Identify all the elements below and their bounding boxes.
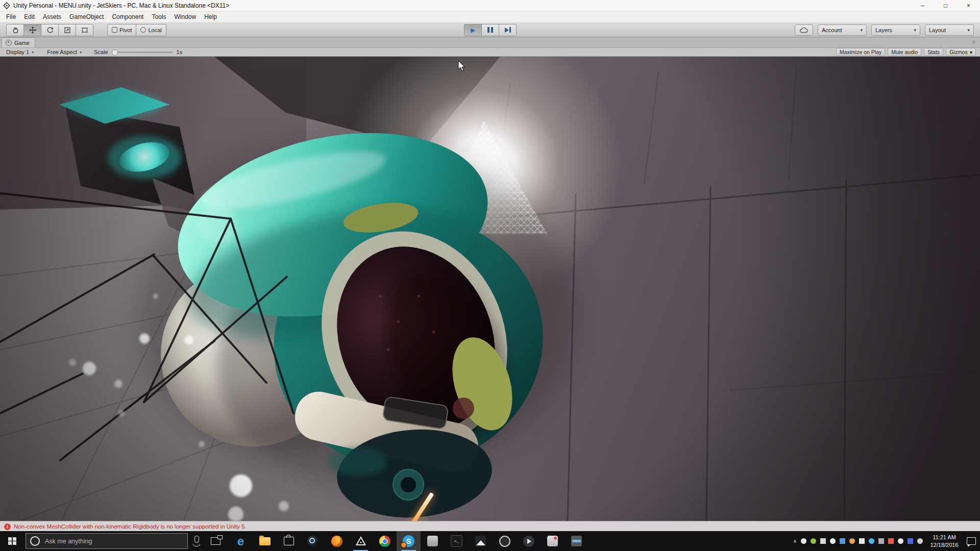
taskbar-search[interactable]: [26, 533, 188, 549]
taskbar-app-file-explorer[interactable]: [253, 531, 277, 551]
cloud-services-button[interactable]: [795, 24, 813, 36]
chevron-down-icon: ▾: [860, 28, 863, 33]
rect-tool-icon: [81, 26, 89, 34]
media-player-icon: [523, 536, 534, 547]
terminal-icon: >_: [451, 535, 462, 547]
tray-icon-5[interactable]: [840, 538, 845, 544]
tray-icon-9[interactable]: [878, 538, 884, 544]
taskbar-app-14[interactable]: [541, 531, 565, 551]
tray-icon-7[interactable]: [859, 538, 865, 544]
tray-icon-13[interactable]: [917, 538, 923, 544]
taskbar-app-store[interactable]: [277, 531, 301, 551]
taskbar-clock[interactable]: 11:21 AM 12/18/2016: [926, 534, 963, 549]
game-view-toggles: Maximize on Play Mute audio Stats Gizmos…: [836, 48, 976, 56]
taskbar-app-firefox[interactable]: [325, 531, 349, 551]
hand-tool-button[interactable]: [6, 24, 24, 36]
playmode-controls: ▶: [464, 24, 516, 36]
local-toggle-button[interactable]: Local: [136, 24, 166, 36]
notification-icon: [967, 537, 976, 545]
taskbar-app-terminal[interactable]: >_: [445, 531, 469, 551]
tray-icon-4[interactable]: [830, 538, 836, 544]
pivot-toggle-button[interactable]: Pivot: [107, 24, 136, 36]
aspect-ratio-dropdown[interactable]: Free Aspect ▾: [44, 48, 85, 56]
layout-label: Layout: [929, 27, 946, 33]
pause-icon: [487, 27, 493, 33]
step-button[interactable]: [499, 24, 517, 36]
close-button[interactable]: ×: [957, 0, 980, 11]
menu-gameobject[interactable]: GameObject: [65, 12, 108, 22]
taskbar-app-photos[interactable]: [469, 531, 493, 551]
taskbar-app-skype[interactable]: S: [397, 531, 421, 551]
move-tool-button[interactable]: [23, 24, 41, 36]
stats-toggle[interactable]: Stats: [924, 48, 943, 56]
gizmos-dropdown[interactable]: Gizmos ▾: [946, 48, 976, 56]
windows-taskbar: e S >_ ∧: [0, 531, 980, 551]
search-input[interactable]: [44, 537, 183, 545]
console-status-bar[interactable]: ! Non-convex MeshCollider with non-kinem…: [0, 521, 980, 532]
game-viewport[interactable]: [0, 57, 980, 521]
menu-assets[interactable]: Assets: [39, 12, 65, 22]
mute-audio-toggle[interactable]: Mute audio: [888, 48, 921, 56]
scale-slider[interactable]: [112, 52, 173, 53]
tray-icon-2[interactable]: [811, 538, 816, 544]
mic-button[interactable]: [188, 531, 205, 551]
taskbar-app-vm[interactable]: [565, 531, 589, 551]
rect-tool-button[interactable]: [76, 24, 93, 36]
view-menu-icon[interactable]: ≡: [972, 39, 977, 45]
taskbar-app-edge[interactable]: e: [229, 531, 253, 551]
scale-tool-button[interactable]: [58, 24, 76, 36]
tray-icon-8[interactable]: [869, 538, 874, 544]
menu-component[interactable]: Component: [108, 12, 148, 22]
toolbar-right-group: Account ▾ Layers ▾ Layout ▾: [795, 24, 974, 36]
aspect-label: Free Aspect: [47, 49, 77, 55]
taskbar-app-steam[interactable]: [301, 531, 325, 551]
maximize-button[interactable]: □: [934, 0, 957, 11]
game-view-tab[interactable]: Game: [2, 37, 35, 47]
tray-icon-6[interactable]: [849, 538, 855, 544]
start-button[interactable]: [0, 531, 24, 551]
tray-expand-icon[interactable]: ∧: [793, 538, 797, 544]
menu-window[interactable]: Window: [170, 12, 200, 22]
action-center-button[interactable]: [963, 531, 980, 551]
layout-dropdown[interactable]: Layout ▾: [925, 24, 974, 36]
taskbar-app-9[interactable]: [421, 531, 445, 551]
menu-tools[interactable]: Tools: [148, 12, 170, 22]
scale-slider-knob[interactable]: [112, 49, 118, 56]
vignette: [0, 57, 980, 521]
taskbar-app-chrome[interactable]: [373, 531, 397, 551]
taskbar-app-media[interactable]: [517, 531, 541, 551]
taskbar-app-obs[interactable]: [493, 531, 517, 551]
mic-icon-base: [193, 544, 200, 546]
menu-help[interactable]: Help: [200, 12, 221, 22]
layers-dropdown[interactable]: Layers ▾: [871, 24, 920, 36]
minimize-button[interactable]: –: [911, 0, 934, 11]
clock-date: 12/18/2016: [926, 541, 963, 549]
unity-editor-window: Unity Personal - MENU.unity - JetSkiers …: [0, 0, 980, 551]
editor-toolbar: Pivot Local ▶ Account ▾: [0, 23, 980, 37]
cloud-icon: [799, 27, 808, 34]
stats-label: Stats: [927, 49, 940, 55]
tray-icon-10[interactable]: [888, 538, 894, 544]
title-bar: Unity Personal - MENU.unity - JetSkiers …: [0, 0, 980, 12]
account-dropdown[interactable]: Account ▾: [818, 24, 867, 36]
unity-logo-icon: [3, 2, 10, 9]
tray-icon-12[interactable]: [908, 538, 913, 544]
display-dropdown[interactable]: Display 1 ▾: [3, 48, 37, 56]
view-tab-strip: Game ≡: [0, 37, 980, 48]
chevron-down-icon: ▾: [32, 50, 34, 55]
play-button[interactable]: ▶: [464, 24, 482, 36]
tray-icon-3[interactable]: [820, 538, 826, 544]
game-view-toolbar: Display 1 ▾ Free Aspect ▾ Scale 1x Maxim…: [0, 48, 980, 57]
task-view-button[interactable]: [205, 531, 226, 551]
pause-button[interactable]: [481, 24, 499, 36]
cortana-icon: [30, 536, 40, 546]
menu-edit[interactable]: Edit: [20, 12, 39, 22]
tray-icon-11[interactable]: [898, 538, 903, 544]
chevron-down-icon: ▾: [914, 28, 916, 33]
menu-file[interactable]: File: [2, 12, 20, 22]
scale-control: Scale 1x: [94, 49, 182, 55]
tray-icon-1[interactable]: [801, 538, 806, 544]
rotate-tool-button[interactable]: [41, 24, 59, 36]
taskbar-app-unity[interactable]: [349, 531, 373, 551]
maximize-on-play-toggle[interactable]: Maximize on Play: [836, 48, 885, 56]
